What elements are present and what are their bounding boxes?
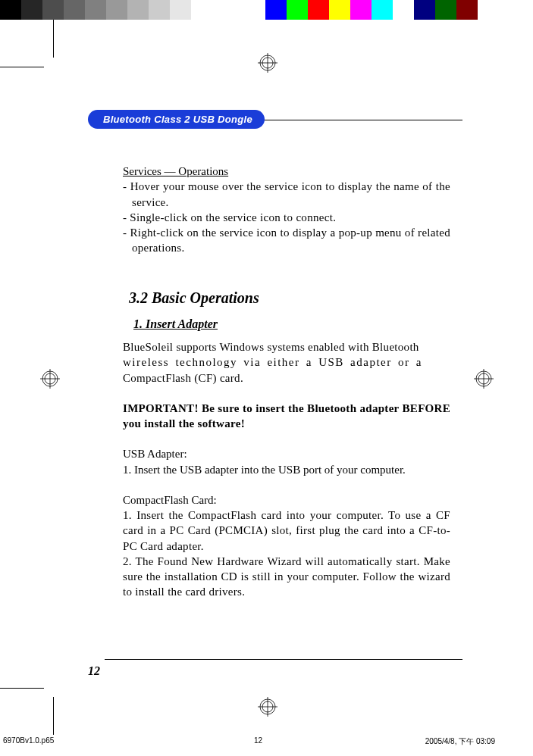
page-content: Bluetooth Class 2 USB Dongle Services — …	[88, 110, 462, 600]
usb-step: 1. Insert the USB adapter into the USB p…	[123, 462, 450, 477]
color-swatch	[85, 0, 106, 20]
footer-page: 12	[254, 736, 262, 745]
crop-mark	[0, 688, 44, 689]
color-swatch	[435, 0, 456, 20]
cf-step: 2. The Found New Hardware Wizard will au…	[123, 554, 450, 600]
document-title-pill: Bluetooth Class 2 USB Dongle	[88, 110, 265, 129]
crop-mark	[0, 67, 44, 67]
important-note: IMPORTANT! Be sure to insert the Bluetoo…	[123, 401, 450, 432]
color-swatch	[42, 0, 64, 20]
color-swatch	[414, 0, 435, 20]
cf-heading: CompactFlash Card:	[123, 492, 450, 508]
color-swatch	[170, 0, 191, 20]
text-line: CompactFlash (CF) card.	[123, 372, 243, 384]
color-swatch	[287, 0, 308, 20]
color-swatch	[212, 0, 265, 20]
section-heading: 3.2 Basic Operations	[129, 288, 450, 308]
usb-heading: USB Adapter:	[123, 446, 450, 461]
services-heading: Services — Operations	[123, 164, 450, 179]
color-swatch	[456, 0, 478, 20]
crop-mark	[53, 20, 54, 58]
color-swatch	[191, 0, 212, 20]
page-number: 12	[88, 664, 100, 678]
service-op-item: - Right-click on the service icon to dis…	[123, 225, 450, 256]
crop-mark	[53, 697, 54, 735]
color-swatch	[64, 0, 85, 20]
cf-step: 1. Insert the CompactFlash card into you…	[123, 508, 450, 554]
color-swatch	[127, 0, 149, 20]
color-swatch	[372, 0, 393, 20]
paragraph: BlueSoleil supports Windows systems enab…	[123, 339, 450, 386]
color-swatch	[393, 0, 414, 20]
color-swatch	[149, 0, 170, 20]
color-swatch	[308, 0, 329, 20]
color-swatch	[329, 0, 350, 20]
registration-mark-icon	[258, 53, 277, 73]
registration-mark-icon	[40, 369, 60, 389]
registration-mark-icon	[258, 697, 277, 717]
text-line: wireless technology via either a USB ada…	[123, 356, 422, 368]
color-swatch	[265, 0, 287, 20]
color-swatch	[21, 0, 42, 20]
service-op-item: - Hover your mouse over the service icon…	[123, 179, 450, 210]
text-line: BlueSoleil supports Windows systems enab…	[123, 341, 419, 353]
footer-filename: 6970Bv1.0.p65	[3, 736, 54, 745]
body-text: Services — Operations - Hover your mouse…	[123, 164, 450, 600]
footer-rule	[105, 659, 462, 660]
color-swatch	[350, 0, 372, 20]
registration-mark-icon	[474, 369, 494, 389]
service-op-item: - Single-click on the service icon to co…	[123, 210, 450, 225]
color-swatch	[0, 0, 21, 20]
color-calibration-bar	[0, 0, 533, 20]
color-swatch	[106, 0, 127, 20]
footer-timestamp: 2005/4/8, 下午 03:09	[425, 736, 495, 747]
subsection-heading: 1. Insert Adapter	[133, 316, 450, 333]
color-swatch	[478, 0, 516, 20]
